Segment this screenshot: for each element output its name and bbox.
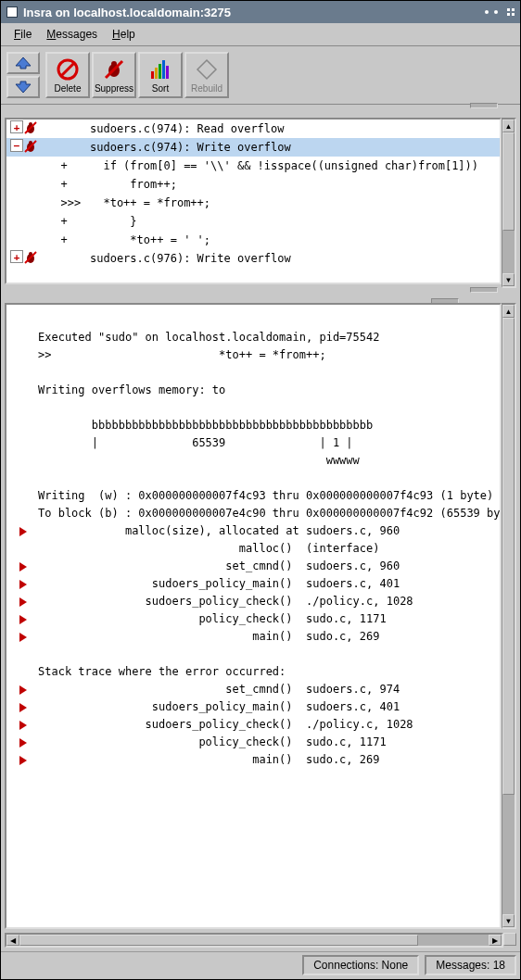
stack-frame-marker-icon <box>19 685 27 695</box>
issue-row[interactable]: −sudoers.c(974): Write overflow <box>6 138 500 157</box>
sort-label: Sort <box>152 83 169 94</box>
scroll-down-icon[interactable]: ▼ <box>502 914 515 927</box>
stack-frame-marker-icon <box>19 703 27 712</box>
issue-row[interactable]: +sudoers.c(974): Read overflow <box>6 119 500 138</box>
detail-line: wwwww <box>19 452 487 470</box>
detail-line[interactable]: sudoers_policy_check() ./policy.c, 1028 <box>19 593 487 610</box>
issue-row[interactable]: >>> *to++ = *from++; <box>6 194 500 212</box>
scroll-up-icon[interactable]: ▲ <box>502 119 515 132</box>
rebuild-label: Rebuild <box>191 83 222 94</box>
svg-line-3 <box>61 63 74 76</box>
window-menu-icon[interactable] <box>507 8 515 16</box>
issue-row[interactable]: +sudoers.c(976): Write overflow <box>6 249 500 268</box>
detail-line: Writing overflows memory: to <box>19 382 487 399</box>
detail-line: >> *to++ = *from++; <box>19 346 487 364</box>
rebuild-button[interactable]: Rebuild <box>184 52 229 98</box>
bug-icon <box>23 139 38 154</box>
issue-text: if (from[0] == '\\' && !isspace((unsigne… <box>90 157 496 174</box>
statusbar: Connections: None Messages: 18 <box>1 951 520 979</box>
detail-line: | 65539 | 1 | <box>19 434 487 452</box>
stack-frame-marker-icon <box>19 580 27 589</box>
detail-line[interactable]: main() sudo.c, 269 <box>19 628 487 646</box>
svg-rect-8 <box>155 68 158 79</box>
issue-text: sudoers.c(974): Read overflow <box>90 120 496 137</box>
nav-down-button[interactable] <box>6 76 40 98</box>
suppress-label: Suppress <box>95 83 133 94</box>
detail-line[interactable]: sudoers_policy_main() sudoers.c, 401 <box>19 698 487 716</box>
issues-pane[interactable]: +sudoers.c(974): Read overflow−sudoers.c… <box>5 118 502 284</box>
detail-line[interactable]: policy_check() sudo.c, 1171 <box>19 610 487 628</box>
issue-text: sudoers.c(974): Write overflow <box>90 139 496 156</box>
issue-text: sudoers.c(976): Write overflow <box>90 250 496 267</box>
detail-line: Stack trace where the error occurred: <box>19 663 487 681</box>
detail-line[interactable]: main() sudo.c, 269 <box>19 751 487 769</box>
toolbar: Delete Suppress <box>1 46 520 105</box>
issue-row[interactable]: + } <box>6 212 500 231</box>
issue-text: *to++ = *from++; <box>90 195 496 211</box>
detail-line[interactable]: policy_check() sudo.c, 1171 <box>19 734 487 751</box>
svg-marker-0 <box>16 57 31 69</box>
suppress-bug-icon <box>102 57 126 82</box>
menu-help[interactable]: Help <box>107 26 141 43</box>
stack-frame-marker-icon <box>19 527 27 536</box>
bug-icon <box>23 250 38 265</box>
detail-line: malloc() (interface) <box>19 540 487 558</box>
nav-up-button[interactable] <box>6 52 40 74</box>
svg-rect-9 <box>159 64 161 79</box>
detail-line[interactable]: sudoers_policy_check() ./policy.c, 1028 <box>19 716 487 734</box>
scroll-corner <box>503 933 516 946</box>
issues-scrollbar[interactable]: ▲ ▼ <box>502 118 516 288</box>
rebuild-diamond-icon <box>195 57 219 82</box>
window-title: Insra on localhost.localdomain:3275 <box>23 6 479 19</box>
issue-row[interactable]: + from++; <box>6 175 500 194</box>
status-connections: Connections: None <box>302 955 419 975</box>
menubar: Filedocument.currentScript.previousEleme… <box>1 23 520 46</box>
expand-icon[interactable]: + <box>10 120 23 133</box>
sort-button[interactable]: Sort <box>138 52 183 98</box>
issue-row[interactable]: + if (from[0] == '\\' && !isspace((unsig… <box>6 157 500 175</box>
detail-line[interactable]: malloc(size), allocated at sudoers.c, 96… <box>19 522 487 540</box>
detail-line: bbbbbbbbbbbbbbbbbbbbbbbbbbbbbbbbbbbbbbbb… <box>19 417 487 434</box>
expand-icon[interactable]: + <box>10 250 23 263</box>
stack-frame-marker-icon <box>19 721 27 730</box>
delete-button[interactable]: Delete <box>45 52 90 98</box>
issue-row[interactable]: + *to++ = ' '; <box>6 231 500 249</box>
pane-handle-icon[interactable] <box>470 103 498 108</box>
suppress-button[interactable]: Suppress <box>92 52 136 98</box>
detail-pane[interactable]: Executed "sudo" on localhost.localdomain… <box>5 303 502 929</box>
window-controls[interactable] <box>485 10 498 14</box>
status-messages: Messages: 18 <box>425 955 516 975</box>
detail-line[interactable]: set_cmnd() sudoers.c, 960 <box>19 558 487 575</box>
detail-line: To block (b) : 0x000000000007e4c90 thru … <box>19 505 487 522</box>
menu-messages[interactable]: Messages <box>41 26 103 43</box>
split-handle[interactable] <box>5 292 516 299</box>
issue-text: } <box>90 213 496 230</box>
detail-scrollbar[interactable]: ▲ ▼ <box>502 303 516 929</box>
svg-rect-10 <box>162 60 165 79</box>
issue-text: *to++ = ' '; <box>90 232 496 248</box>
scroll-up-icon[interactable]: ▲ <box>502 305 515 318</box>
svg-marker-12 <box>197 60 216 79</box>
titlebar[interactable]: Insra on localhost.localdomain:3275 <box>1 1 520 23</box>
collapse-icon[interactable]: − <box>10 139 23 152</box>
stack-frame-marker-icon <box>19 615 27 624</box>
svg-marker-1 <box>16 82 31 93</box>
scroll-down-icon[interactable]: ▼ <box>502 273 515 286</box>
detail-line[interactable]: set_cmnd() sudoers.c, 974 <box>19 681 487 698</box>
bug-icon <box>23 120 38 135</box>
detail-line[interactable]: sudoers_policy_main() sudoers.c, 401 <box>19 575 487 593</box>
stack-frame-marker-icon <box>19 738 27 748</box>
stack-frame-marker-icon <box>19 633 27 642</box>
app-icon <box>6 6 18 18</box>
svg-rect-7 <box>151 71 154 79</box>
stack-frame-marker-icon <box>19 562 27 572</box>
app-window: Insra on localhost.localdomain:3275 File… <box>0 0 521 980</box>
detail-line: Writing (w) : 0x000000000007f4c93 thru 0… <box>19 487 487 505</box>
menu-file[interactable]: Filedocument.currentScript.previousEleme… <box>8 26 37 43</box>
delete-label: Delete <box>55 83 82 94</box>
stack-frame-marker-icon <box>19 597 27 607</box>
detail-hscrollbar[interactable]: ◀ ▶ <box>5 933 503 948</box>
sort-bars-icon <box>148 57 172 82</box>
no-entry-icon <box>56 57 80 82</box>
split-area: +sudoers.c(974): Read overflow−sudoers.c… <box>1 105 520 951</box>
